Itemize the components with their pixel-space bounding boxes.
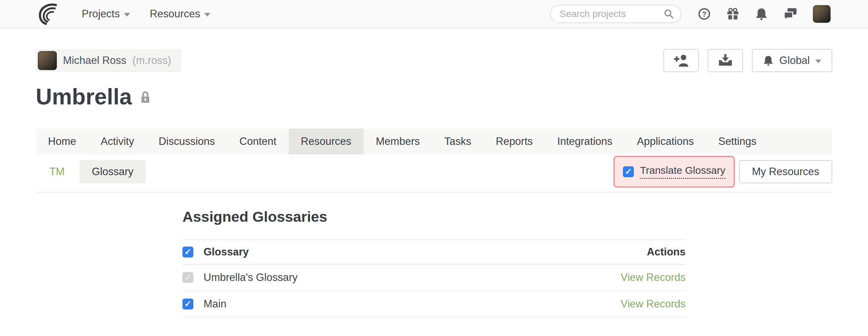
table-row: Umbrella's GlossaryView Records	[182, 265, 686, 291]
svg-text:?: ?	[702, 10, 706, 18]
add-user-button[interactable]	[663, 49, 699, 72]
page-title: Umbrella	[36, 82, 132, 112]
tab-reports[interactable]: Reports	[484, 129, 545, 154]
assigned-glossaries-section: Assigned Glossaries Glossary Actions Umb…	[182, 208, 686, 318]
tab-tasks[interactable]: Tasks	[432, 129, 483, 154]
row-checkbox[interactable]	[182, 299, 193, 309]
glossary-table-header: Glossary Actions	[182, 239, 686, 265]
resources-subnav: TM Glossary Translate Glossary My Resour…	[36, 154, 832, 193]
global-dropdown-button[interactable]: Global	[752, 49, 832, 72]
header-actions: Global	[663, 49, 832, 72]
tab-activity[interactable]: Activity	[89, 129, 146, 154]
tab-integrations[interactable]: Integrations	[545, 129, 625, 154]
owner-name: Michael Ross	[63, 54, 126, 67]
search-icon	[664, 9, 674, 19]
user-avatar[interactable]	[813, 5, 831, 23]
gifts-button[interactable]	[726, 7, 739, 20]
bell-icon	[763, 55, 774, 66]
global-label: Global	[779, 54, 810, 67]
nav-menu-projects[interactable]: Projects	[82, 8, 130, 20]
glossary-name: Umbrella's Glossary	[204, 271, 298, 284]
translate-glossary-highlight: Translate Glossary	[613, 156, 735, 188]
lock-icon	[139, 90, 151, 105]
actions-column-header: Actions	[647, 246, 686, 258]
name-column-header: Glossary	[204, 246, 249, 258]
view-records-link[interactable]: View Records	[621, 271, 686, 283]
row-checkbox	[182, 272, 193, 283]
messages-icon	[784, 7, 797, 20]
chevron-down-icon	[815, 60, 821, 63]
translate-glossary-checkbox[interactable]	[623, 166, 634, 177]
owner-chip[interactable]: Michael Ross (m.ross)	[36, 49, 181, 72]
glossary-table-body: Umbrella's GlossaryView RecordsMainView …	[182, 265, 686, 318]
chevron-down-icon	[124, 13, 130, 17]
project-header-row: Michael Ross (m.ross)	[36, 49, 832, 72]
section-heading: Assigned Glossaries	[182, 208, 686, 225]
messages-button[interactable]	[784, 7, 797, 20]
tab-home[interactable]: Home	[36, 129, 89, 154]
nav-menu-projects-label: Projects	[82, 8, 120, 20]
download-icon	[718, 54, 733, 67]
tab-settings[interactable]: Settings	[706, 129, 769, 154]
subnav-right: Translate Glossary My Resources	[613, 156, 832, 188]
view-records-link[interactable]: View Records	[621, 298, 686, 310]
table-row: MainView Records	[182, 291, 686, 318]
select-all-checkbox[interactable]	[182, 247, 193, 257]
page-container: Michael Ross (m.ross)	[0, 49, 868, 318]
tab-content[interactable]: Content	[227, 129, 289, 154]
nav-menu-resources[interactable]: Resources	[150, 8, 210, 20]
my-resources-button[interactable]: My Resources	[739, 160, 832, 183]
subnav-item-tm[interactable]: TM	[36, 166, 72, 178]
navbar-icons: ?	[698, 5, 831, 23]
swirl-logo-icon	[36, 3, 61, 25]
chevron-down-icon	[204, 13, 210, 17]
add-user-icon	[674, 54, 689, 67]
title-row: Umbrella	[36, 82, 832, 112]
search-input[interactable]	[560, 9, 664, 19]
tab-bar: HomeActivityDiscussionsContentResourcesM…	[36, 129, 832, 154]
translate-glossary-label[interactable]: Translate Glossary	[640, 165, 725, 179]
subnav-item-glossary[interactable]: Glossary	[80, 160, 146, 183]
owner-avatar	[38, 51, 57, 70]
tab-resources[interactable]: Resources	[289, 129, 364, 154]
owner-handle: (m.ross)	[132, 54, 171, 67]
gift-icon	[726, 7, 739, 20]
glossary-name: Main	[204, 298, 226, 310]
help-button[interactable]: ?	[698, 7, 711, 20]
tab-applications[interactable]: Applications	[625, 129, 706, 154]
tab-members[interactable]: Members	[364, 129, 432, 154]
app-logo[interactable]	[36, 3, 61, 25]
nav-menu-resources-label: Resources	[150, 8, 200, 20]
tab-discussions[interactable]: Discussions	[146, 129, 227, 154]
notifications-bell-icon	[755, 7, 768, 20]
top-navbar: Projects Resources ?	[0, 0, 868, 29]
notifications-button[interactable]	[755, 7, 768, 20]
search-box	[550, 5, 681, 23]
glossary-table: Glossary Actions Umbrella's GlossaryView…	[182, 239, 686, 318]
help-icon: ?	[698, 7, 711, 20]
download-button[interactable]	[708, 49, 743, 72]
